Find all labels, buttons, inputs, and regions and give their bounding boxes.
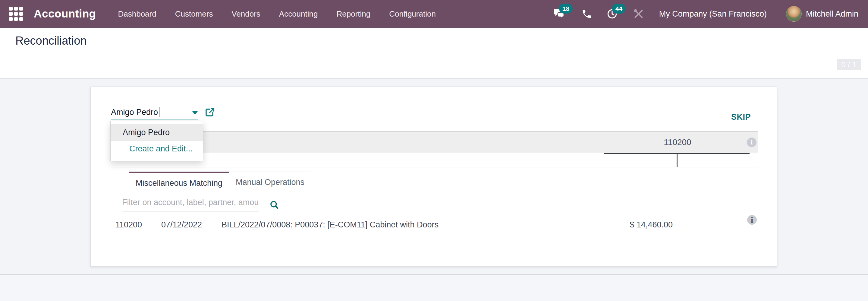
account-code: 110200 [644,132,711,153]
main-menu: Dashboard Customers Vendors Accounting R… [108,0,445,28]
control-panel: Reconciliation 0 / 1 [0,28,868,79]
screen: Accounting Dashboard Customers Vendors A… [0,0,868,301]
navbar-right: 18 44 My Company [553,6,868,22]
activities-badge: 44 [612,4,626,13]
page-title: Reconciliation [16,34,87,47]
skip-button[interactable]: SKIP [731,113,751,122]
text-cursor [159,107,159,117]
menu-dashboard[interactable]: Dashboard [108,0,165,28]
separator-line [111,167,758,168]
activities-button[interactable]: 44 [606,7,619,21]
user-avatar[interactable] [786,6,802,22]
proposition-row[interactable]: 110200 07/12/2022 BILL/2022/07/0008: P00… [111,215,758,235]
row-account: 110200 [116,220,142,230]
pager: 0 / 1 [837,59,861,70]
menu-reporting[interactable]: Reporting [327,0,380,28]
row-label: BILL/2022/07/0008: P00037: [E-COM11] Cab… [221,220,438,230]
external-link-icon [204,107,215,118]
company-switcher[interactable]: My Company (San Francisco) [659,9,767,19]
top-navbar: Accounting Dashboard Customers Vendors A… [0,0,868,28]
menu-accounting[interactable]: Accounting [270,0,327,28]
tab-miscellaneous-matching[interactable]: Miscellaneous Matching [129,172,229,193]
dropdown-create-and-edit[interactable]: Create and Edit... [111,141,203,156]
open-record-button[interactable] [204,107,215,118]
menu-customers[interactable]: Customers [166,0,222,28]
menu-configuration[interactable]: Configuration [380,0,445,28]
app-name[interactable]: Accounting [34,7,96,20]
page-footer [0,275,868,301]
messages-button[interactable]: 18 [553,7,566,21]
partner-autocomplete-dropdown: Amigo Pedro Create and Edit... [110,121,203,161]
info-icon[interactable]: i [747,138,756,147]
apps-grid-icon[interactable] [9,7,23,21]
dropdown-option-partner[interactable]: Amigo Pedro [111,124,203,141]
tools-icon [633,8,644,19]
content-area: Amigo Pedro SKIP 110200 i [0,79,868,275]
partner-input-value: Amigo Pedro [111,108,158,117]
t-account-divider-line [677,153,678,168]
filter-input[interactable] [122,198,259,211]
phone-icon [581,8,592,19]
chevron-down-icon[interactable] [192,111,198,115]
row-date: 07/12/2022 [161,220,202,230]
statement-line-row[interactable]: 110200 i [111,131,758,153]
phone-button[interactable] [580,7,593,21]
info-icon[interactable]: i [747,215,757,225]
search-icon [269,200,279,210]
reconciliation-card: Amigo Pedro SKIP 110200 i [90,87,777,267]
row-amount: $ 14,460.00 [629,220,673,230]
tab-manual-operations[interactable]: Manual Operations [229,172,311,193]
menu-vendors[interactable]: Vendors [222,0,270,28]
partner-input[interactable]: Amigo Pedro [111,106,198,119]
user-menu[interactable]: Mitchell Admin [806,9,858,19]
developer-tools-button[interactable] [632,7,645,21]
matching-panel: 110200 07/12/2022 BILL/2022/07/0008: P00… [111,193,758,235]
messages-badge: 18 [559,4,572,13]
